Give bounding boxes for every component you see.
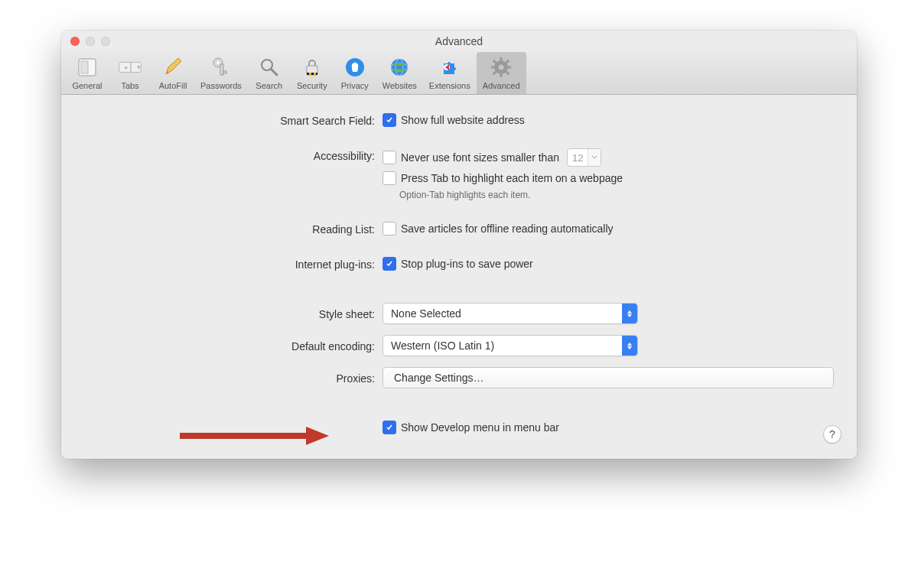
lock-icon	[300, 55, 324, 80]
stop-plugins-label: Stop plug-ins to save power	[401, 258, 533, 270]
show-develop-menu-checkbox[interactable]	[382, 421, 396, 434]
tab-security[interactable]: Security	[291, 52, 334, 94]
svg-point-9	[216, 61, 220, 64]
minimize-window-button[interactable]	[86, 37, 95, 46]
svg-rect-28	[500, 73, 503, 77]
gear-icon	[489, 55, 513, 80]
pencil-icon	[161, 55, 185, 80]
puzzle-icon	[438, 55, 462, 80]
change-settings-button[interactable]: Change Settings…	[382, 367, 834, 388]
close-window-button[interactable]	[70, 37, 80, 46]
svg-rect-17	[307, 73, 309, 75]
tab-passwords[interactable]: Passwords	[194, 52, 248, 94]
advanced-pane: Smart Search Field: Show full website ad…	[61, 95, 857, 459]
switch-icon	[75, 55, 99, 80]
globe-icon	[387, 55, 412, 80]
svg-text:+: +	[136, 63, 141, 71]
encoding-label: Default encoding:	[84, 339, 382, 352]
svg-marker-36	[306, 427, 329, 445]
smart-search-label: Smart Search Field:	[84, 113, 382, 127]
tab-general[interactable]: General	[66, 52, 109, 94]
svg-rect-19	[316, 73, 317, 75]
offline-reading-label: Save articles for offline reading automa…	[401, 223, 614, 235]
tabs-icon: ×+	[118, 55, 142, 80]
preferences-window: Advanced General ×+ Tabs AutoFill	[61, 31, 857, 459]
accessibility-label: Accessibility:	[84, 148, 382, 162]
updown-icon	[622, 304, 637, 323]
svg-rect-18	[311, 73, 314, 75]
tab-autofill[interactable]: AutoFill	[151, 52, 194, 94]
show-develop-menu-label: Show Develop menu in menu bar	[401, 421, 559, 434]
reading-list-label: Reading List:	[84, 222, 382, 236]
style-sheet-select[interactable]: None Selected	[382, 303, 638, 324]
tab-advanced[interactable]: Advanced	[477, 52, 526, 94]
tab-highlight-checkbox[interactable]	[382, 171, 396, 185]
min-font-size-stepper[interactable]: 12	[567, 148, 601, 167]
style-sheet-label: Style sheet:	[84, 307, 382, 320]
svg-line-13	[271, 69, 277, 75]
tab-websites[interactable]: Websites	[376, 52, 423, 94]
tab-privacy[interactable]: Privacy	[334, 52, 376, 94]
tab-tabs[interactable]: ×+ Tabs	[109, 52, 151, 94]
updown-icon	[622, 336, 637, 356]
tab-search[interactable]: Search	[248, 52, 291, 94]
key-icon	[209, 55, 233, 80]
proxies-label: Proxies:	[84, 371, 382, 385]
titlebar: Advanced	[61, 31, 857, 52]
option-tab-note: Option-Tab highlights each item.	[399, 190, 834, 200]
min-font-size-label: Never use font sizes smaller than	[401, 151, 559, 164]
svg-marker-6	[166, 58, 181, 74]
show-full-address-checkbox[interactable]	[382, 113, 396, 127]
svg-rect-10	[220, 64, 223, 75]
help-button[interactable]: ?	[823, 425, 842, 443]
hand-icon	[343, 55, 367, 80]
show-full-address-label: Show full website address	[401, 114, 525, 126]
preferences-toolbar: General ×+ Tabs AutoFill Passwords	[61, 52, 857, 95]
tab-highlight-label: Press Tab to highlight each item on a we…	[401, 172, 623, 184]
plugins-label: Internet plug-ins:	[84, 257, 382, 271]
zoom-window-button[interactable]	[101, 37, 110, 46]
svg-rect-30	[507, 67, 511, 69]
window-title: Advanced	[61, 35, 857, 47]
chevron-down-icon	[588, 149, 601, 166]
min-font-size-checkbox[interactable]	[382, 151, 396, 164]
stop-plugins-checkbox[interactable]	[382, 257, 396, 271]
svg-rect-1	[81, 61, 88, 73]
encoding-select[interactable]: Western (ISO Latin 1)	[382, 335, 638, 356]
svg-rect-29	[491, 67, 495, 69]
svg-rect-27	[500, 57, 503, 61]
svg-text:×: ×	[124, 64, 127, 71]
tab-extensions[interactable]: Extensions	[423, 52, 477, 94]
offline-reading-checkbox[interactable]	[382, 222, 396, 236]
annotation-arrow-icon	[176, 424, 329, 447]
svg-rect-11	[223, 71, 226, 73]
svg-point-26	[499, 65, 504, 70]
svg-point-21	[391, 59, 408, 76]
magnifier-icon	[257, 55, 282, 80]
